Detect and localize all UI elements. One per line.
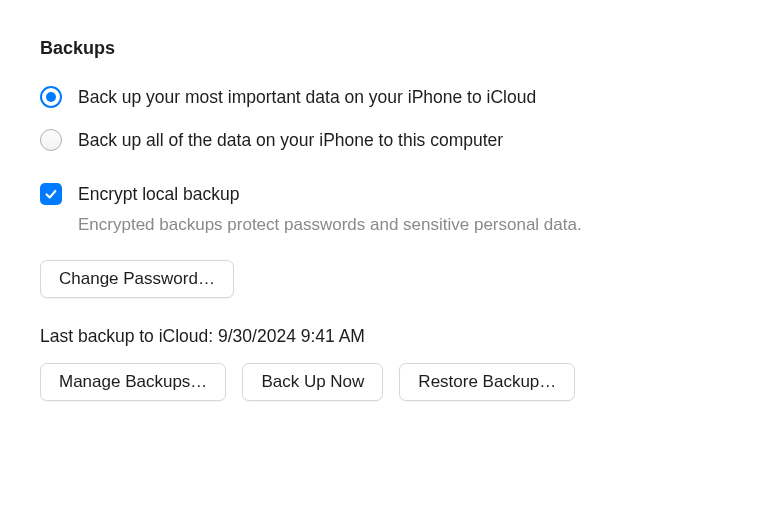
last-backup-status: Last backup to iCloud: 9/30/2024 9:41 AM: [40, 324, 724, 349]
encrypt-checkbox-row[interactable]: Encrypt local backup: [40, 182, 724, 207]
change-password-button[interactable]: Change Password…: [40, 260, 234, 298]
backup-option-local[interactable]: Back up all of the data on your iPhone t…: [40, 128, 724, 153]
encrypt-block: Encrypt local backup Encrypted backups p…: [40, 182, 724, 236]
back-up-now-button[interactable]: Back Up Now: [242, 363, 383, 401]
checkbox-checked-icon: [40, 183, 62, 205]
backup-option-icloud-label: Back up your most important data on your…: [78, 85, 536, 110]
radio-unselected-icon: [40, 129, 62, 151]
backup-option-icloud[interactable]: Back up your most important data on your…: [40, 85, 724, 110]
action-button-row: Manage Backups… Back Up Now Restore Back…: [40, 363, 724, 401]
backup-option-local-label: Back up all of the data on your iPhone t…: [78, 128, 503, 153]
restore-backup-button[interactable]: Restore Backup…: [399, 363, 575, 401]
radio-selected-icon: [40, 86, 62, 108]
encrypt-label: Encrypt local backup: [78, 182, 239, 207]
section-title: Backups: [40, 36, 724, 61]
encrypt-description: Encrypted backups protect passwords and …: [78, 213, 724, 237]
manage-backups-button[interactable]: Manage Backups…: [40, 363, 226, 401]
